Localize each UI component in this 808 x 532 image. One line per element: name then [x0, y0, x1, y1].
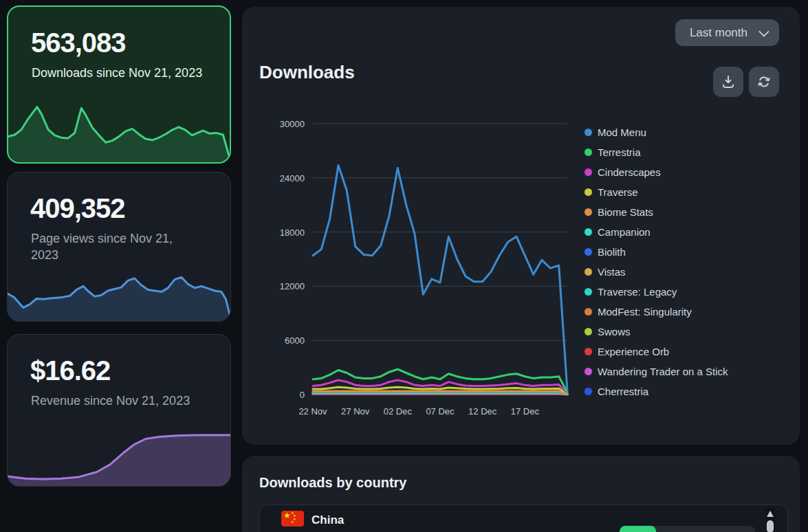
svg-text:12000: 12000 [280, 281, 305, 291]
legend-item[interactable]: Traverse: Legacy [585, 282, 728, 302]
stat-card-page-views[interactable]: 409,352 Page views since Nov 21, 2023 [7, 172, 231, 322]
downloads-total-label: Downloads since Nov 21, 2023 [32, 65, 204, 81]
svg-text:12 Dec: 12 Dec [468, 406, 497, 417]
chart-legend: Mod MenuTerrestriaCinderscapesTraverseBi… [585, 122, 728, 401]
legend-label: Traverse [598, 186, 638, 198]
legend-dot-icon [585, 188, 592, 196]
legend-dot-icon [585, 148, 592, 156]
svg-text:22 Nov: 22 Nov [298, 406, 327, 417]
country-panel: Downloads by country ★ ★ ★ ★ ★ China [242, 456, 800, 532]
date-range-value: Last month [690, 26, 747, 40]
revenue-total: $16.62 [30, 355, 110, 386]
legend-dot-icon [585, 388, 592, 395]
legend-dot-icon [585, 288, 592, 296]
svg-text:17 Dec: 17 Dec [511, 406, 540, 417]
legend-label: Biolith [598, 246, 626, 258]
legend-dot-icon [585, 208, 592, 216]
legend-dot-icon [585, 129, 592, 136]
svg-text:27 Nov: 27 Nov [341, 406, 370, 417]
date-range-select[interactable]: Last month [675, 19, 779, 46]
china-flag-icon: ★ ★ ★ ★ ★ [281, 511, 304, 527]
svg-text:24000: 24000 [280, 173, 305, 184]
legend-item[interactable]: Cherrestria [585, 381, 728, 401]
downloads-sparkline [8, 99, 230, 162]
downloads-panel: Last month Downloads 0600012000180002400… [242, 7, 800, 445]
chevron-down-icon [758, 26, 769, 37]
legend-label: Swows [598, 326, 631, 337]
downloads-total: 563,083 [31, 27, 126, 58]
legend-item[interactable]: Biome Stats [585, 202, 728, 222]
legend-label: Vistas [598, 266, 626, 278]
country-list: ★ ★ ★ ★ ★ China [259, 505, 788, 532]
revenue-sparkline [8, 428, 230, 486]
svg-text:18000: 18000 [280, 228, 305, 238]
legend-item[interactable]: Swows [585, 322, 728, 342]
scrollbar-thumb[interactable] [767, 520, 774, 532]
revenue-total-label: Revenue since Nov 21, 2023 [31, 392, 203, 409]
stat-card-downloads[interactable]: 563,083 Downloads since Nov 21, 2023 [7, 5, 231, 164]
legend-dot-icon [585, 328, 592, 335]
refresh-button[interactable] [749, 67, 779, 97]
legend-dot-icon [585, 168, 592, 176]
download-icon [720, 74, 736, 90]
legend-label: ModFest: Singularity [598, 306, 692, 318]
legend-label: Campanion [598, 226, 651, 238]
legend-item[interactable]: Wandering Trader on a Stick [585, 362, 728, 381]
downloads-chart[interactable]: 060001200018000240003000022 Nov27 Nov02 … [268, 113, 585, 426]
export-download-button[interactable] [713, 67, 743, 97]
svg-text:6000: 6000 [285, 335, 305, 346]
legend-label: Experience Orb [598, 346, 669, 357]
legend-label: Biome Stats [598, 206, 653, 218]
legend-item[interactable]: Experience Orb [585, 342, 728, 362]
legend-dot-icon [585, 348, 592, 355]
country-panel-title: Downloads by country [259, 475, 406, 491]
page-views-sparkline [8, 261, 230, 321]
scroll-up-arrow-icon[interactable] [767, 511, 774, 517]
country-progress-fill [620, 526, 656, 532]
page-views-total: 409,352 [30, 193, 125, 224]
legend-item[interactable]: Cinderscapes [585, 162, 728, 182]
legend-label: Mod Menu [598, 126, 646, 138]
country-name: China [312, 513, 344, 527]
legend-item[interactable]: Campanion [585, 222, 728, 242]
svg-text:02 Dec: 02 Dec [384, 406, 413, 417]
legend-item[interactable]: Biolith [585, 242, 728, 262]
svg-text:30000: 30000 [280, 119, 305, 129]
legend-item[interactable]: Vistas [585, 262, 728, 282]
legend-item[interactable]: Traverse [585, 182, 728, 202]
svg-text:0: 0 [300, 390, 305, 400]
legend-dot-icon [585, 368, 592, 375]
legend-item[interactable]: Terrestria [585, 142, 728, 162]
legend-label: Cherrestria [598, 386, 648, 397]
legend-dot-icon [585, 268, 592, 276]
legend-label: Terrestria [598, 146, 641, 158]
downloads-panel-title: Downloads [259, 62, 355, 83]
legend-dot-icon [585, 228, 592, 236]
country-scrollbar[interactable] [765, 507, 775, 532]
country-progress-bar [620, 526, 755, 532]
legend-item[interactable]: Mod Menu [585, 122, 728, 142]
stat-card-revenue[interactable]: $16.62 Revenue since Nov 21, 2023 [7, 334, 231, 487]
legend-label: Wandering Trader on a Stick [598, 366, 728, 377]
legend-label: Traverse: Legacy [598, 286, 677, 298]
legend-label: Cinderscapes [598, 166, 661, 178]
legend-dot-icon [585, 248, 592, 256]
legend-dot-icon [585, 308, 592, 315]
page-views-total-label: Page views since Nov 21, 2023 [31, 230, 203, 263]
refresh-icon [756, 74, 772, 90]
legend-item[interactable]: ModFest: Singularity [585, 302, 728, 322]
svg-text:07 Dec: 07 Dec [426, 406, 455, 417]
